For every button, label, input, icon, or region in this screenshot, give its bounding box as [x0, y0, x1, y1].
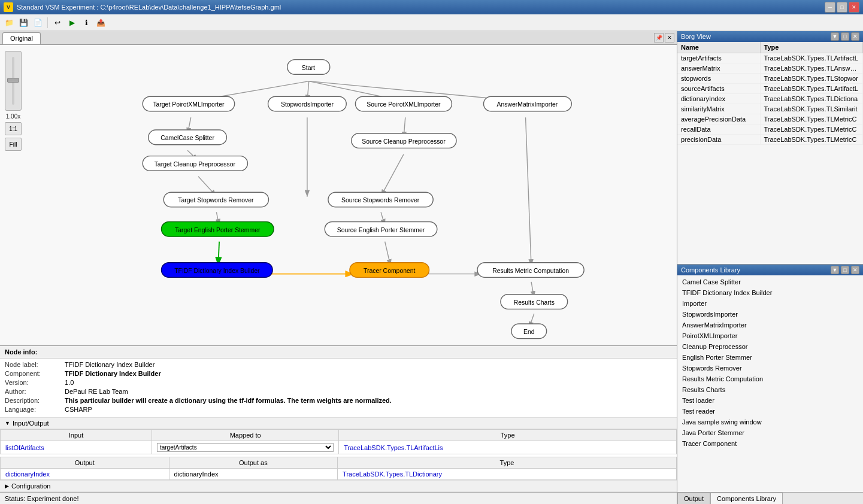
output-type[interactable]: TraceLabSDK.Types.TLDictionary — [338, 469, 677, 480]
svg-text:Source Stopwords Remover: Source Stopwords Remover — [341, 197, 420, 204]
node-lang-row: Language: CSHARP — [5, 406, 672, 413]
output-table: Output Output as Type dictionaryIndex di… — [0, 457, 677, 480]
mapped-to-select[interactable]: targetArtifacts — [157, 443, 334, 452]
comp-list-item[interactable]: Results Charts — [677, 384, 863, 395]
borg-type-cell: TraceLabSDK.Types.TLAnswerM — [760, 63, 862, 74]
comp-list-item[interactable]: Tracer Component — [677, 438, 863, 449]
io-section-toggle[interactable]: ▼ Input/Output — [0, 417, 677, 429]
graph-svg: Start Target PoirotXMLImporter Stopwords… — [0, 45, 677, 345]
tab-close-button[interactable]: ✕ — [665, 33, 674, 42]
new-button[interactable]: 📄 — [31, 16, 44, 29]
svg-text:StopwordsImporter: StopwordsImporter — [281, 101, 334, 108]
node-label-field: Node label: — [5, 361, 65, 368]
svg-text:Tracer Component: Tracer Component — [364, 268, 415, 274]
zoom-thumb[interactable] — [7, 78, 19, 83]
window-title: Standard VSM Experiment : C:\p4root\RELa… — [17, 4, 281, 11]
export-button[interactable]: 📤 — [94, 16, 107, 29]
node-component-field: Component: — [5, 370, 65, 377]
svg-text:Results Metric Computation: Results Metric Computation — [492, 268, 569, 274]
input-row: listOfArtifacts targetArtifacts TraceLab… — [1, 441, 677, 454]
pin-button[interactable]: 📌 — [654, 33, 664, 42]
graph-canvas[interactable]: 1.00x 1:1 Fill — [0, 45, 677, 345]
node-source-stemmer[interactable]: Source English Porter Stemmer — [325, 222, 437, 237]
zoom-fill-button[interactable]: Fill — [5, 138, 22, 151]
comp-float-button[interactable]: □ — [841, 266, 849, 274]
node-source-xml[interactable]: Source PoirotXMLImporter — [355, 96, 452, 111]
comp-list-item[interactable]: Stopwords Remover — [677, 363, 863, 374]
node-source-stopwords[interactable]: Source Stopwords Remover — [328, 192, 433, 207]
borg-table-scroll[interactable]: Name Type targetArtifactsTraceLabSDK.Typ… — [677, 42, 863, 264]
back-button[interactable]: ↩ — [51, 16, 64, 29]
borg-table-row: answerMatrixTraceLabSDK.Types.TLAnswerM — [677, 63, 863, 74]
zoom-1to1-button[interactable]: 1:1 — [5, 122, 22, 135]
borg-name-cell: dictionaryIndex — [677, 94, 760, 104]
comp-list-item[interactable]: English Porter Stemmer — [677, 352, 863, 363]
node-tfidf[interactable]: TFIDF Dictionary Index Builder — [161, 263, 272, 278]
comp-list-item[interactable]: Test loader — [677, 395, 863, 406]
comp-list-item[interactable]: PoirotXMLImporter — [677, 330, 863, 341]
comp-close-button[interactable]: ✕ — [851, 266, 859, 274]
node-source-cleanup[interactable]: Source Cleanup Preprocessor — [352, 133, 456, 148]
tab-original[interactable]: Original — [2, 32, 41, 44]
open-button[interactable]: 📁 — [2, 16, 16, 29]
borg-name-cell: averagePrecisionData — [677, 114, 760, 125]
comp-list-item[interactable]: Java Porter Stemmer — [677, 427, 863, 438]
node-start[interactable]: Start — [287, 60, 330, 75]
comp-list-item[interactable]: Test reader — [677, 406, 863, 417]
config-section-label: Configuration — [11, 482, 50, 490]
mapped-to-cell[interactable]: targetArtifacts — [152, 441, 338, 454]
app-icon: V — [4, 2, 13, 12]
config-section-toggle[interactable]: ▶ Configuration — [0, 480, 677, 492]
node-stopwords-importer[interactable]: StopwordsImporter — [268, 96, 347, 111]
minimize-button[interactable]: ─ — [825, 2, 835, 13]
borg-table-row: dictionaryIndexTraceLabSDK.Types.TLDicti… — [677, 94, 863, 104]
node-results-metric[interactable]: Results Metric Computation — [477, 263, 584, 278]
node-camelcase[interactable]: CamelCase Splitter — [149, 130, 227, 145]
input-name[interactable]: listOfArtifacts — [1, 441, 152, 454]
node-version-row: Version: 1.0 — [5, 379, 672, 386]
comp-list-item[interactable]: Results Metric Computation — [677, 374, 863, 384]
comp-list[interactable]: Camel Case SplitterTFIDF Dictionary Inde… — [677, 275, 863, 492]
comp-list-item[interactable]: Cleanup Preprocessor — [677, 341, 863, 352]
close-button[interactable]: ✕ — [849, 2, 859, 13]
svg-text:Target PoirotXMLImporter: Target PoirotXMLImporter — [153, 101, 225, 108]
borg-close-button[interactable]: ✕ — [851, 32, 859, 41]
run-button[interactable]: ▶ — [65, 16, 78, 29]
node-end[interactable]: End — [511, 324, 547, 339]
tab-output[interactable]: Output — [677, 493, 710, 504]
comp-pin-button[interactable]: ▼ — [831, 266, 839, 274]
svg-text:Target Cleanup Preprocessor: Target Cleanup Preprocessor — [155, 161, 236, 168]
node-target-stemmer[interactable]: Target English Porter Stemmer — [161, 222, 274, 237]
save-button[interactable]: 💾 — [17, 16, 30, 29]
borg-type-cell: TraceLabSDK.Types.TLSimilarit — [760, 104, 862, 114]
node-lang-field: Language: — [5, 406, 65, 413]
node-answer-matrix[interactable]: AnswerMatrixImporter — [483, 96, 571, 111]
borg-name-cell: sourceArtifacts — [677, 84, 760, 94]
comp-list-item[interactable]: Camel Case Splitter — [677, 277, 863, 287]
main-layout: Original 📌 ✕ 1.00x 1:1 Fill — [0, 31, 863, 504]
node-component-row: Component: TFIDF Dictionary Index Builde… — [5, 370, 672, 377]
borg-pin-button[interactable]: ▼ — [831, 32, 839, 41]
comp-list-item[interactable]: TFIDF Dictionary Index Builder — [677, 287, 863, 298]
svg-text:Target Stopwords Remover: Target Stopwords Remover — [178, 197, 254, 204]
node-target-cleanup[interactable]: Target Cleanup Preprocessor — [143, 156, 247, 171]
borg-float-button[interactable]: □ — [841, 32, 849, 41]
maximize-button[interactable]: □ — [837, 2, 847, 13]
comp-list-item[interactable]: Importer — [677, 298, 863, 309]
tab-comp-library[interactable]: Components Library — [710, 493, 783, 504]
zoom-slider[interactable] — [5, 51, 22, 111]
config-toggle-icon: ▶ — [5, 483, 9, 489]
node-target-stopwords[interactable]: Target Stopwords Remover — [163, 192, 268, 207]
info-button[interactable]: ℹ — [80, 16, 93, 29]
comp-list-item[interactable]: AnswerMatrixImporter — [677, 320, 863, 330]
input-type[interactable]: TraceLabSDK.Types.TLArtifactLis — [339, 441, 677, 454]
node-results-charts[interactable]: Results Charts — [501, 294, 568, 309]
comp-list-item[interactable]: Java sample swing window — [677, 417, 863, 427]
node-target-xml[interactable]: Target PoirotXMLImporter — [143, 96, 234, 111]
svg-text:End: End — [523, 329, 535, 335]
comp-list-item[interactable]: StopwordsImporter — [677, 309, 863, 320]
svg-text:AnswerMatrixImporter: AnswerMatrixImporter — [497, 101, 558, 108]
svg-text:Source English Porter Stemmer: Source English Porter Stemmer — [337, 227, 425, 233]
output-name[interactable]: dictionaryIndex — [1, 469, 169, 480]
node-tracer[interactable]: Tracer Component — [350, 263, 429, 278]
